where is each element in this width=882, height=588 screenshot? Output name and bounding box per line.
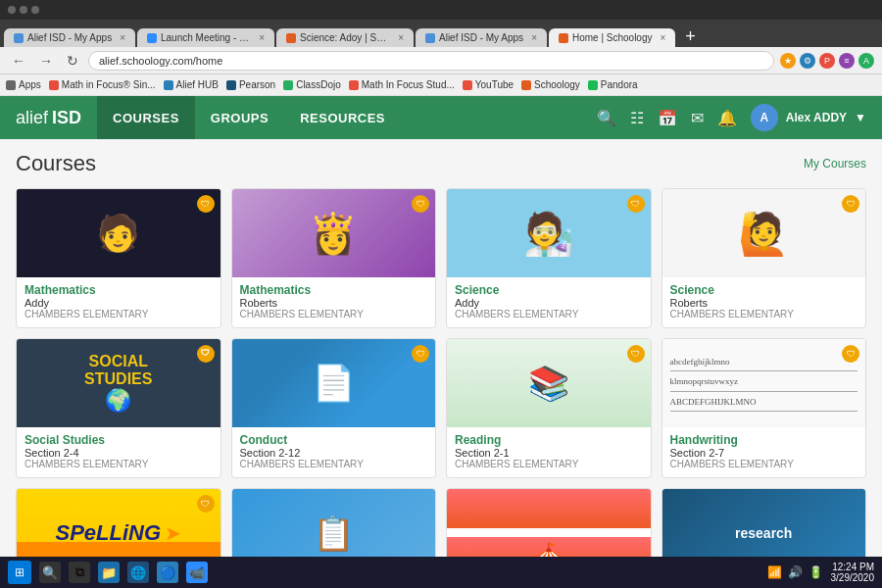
calendar-icon[interactable]: 📅 <box>658 109 677 127</box>
volume-icon: 🔊 <box>788 565 803 579</box>
bookmark-aliefhub[interactable]: Alief HUB <box>164 79 219 90</box>
bookmark-icon-mathfocus <box>49 80 59 90</box>
clock-date: 3/29/2020 <box>831 572 875 583</box>
menu-icon[interactable]: ≡ <box>839 53 855 69</box>
research-label: research <box>735 525 792 541</box>
bookmark-mathfocusstud[interactable]: Math In Focus Stud... <box>349 79 455 90</box>
my-courses-link[interactable]: My Courses <box>804 157 866 171</box>
taskbar-search[interactable]: 🔍 <box>39 562 61 583</box>
bookmark-icon-aliefhub <box>164 80 173 90</box>
tab-5[interactable]: Home | Schoology × <box>549 28 675 47</box>
card-info: Handwriting Section 2-7 CHAMBERS ELEMENT… <box>662 427 866 477</box>
bookmark-label-apps: Apps <box>19 79 41 90</box>
brand-logo: alief ISD <box>16 108 81 128</box>
tab-3[interactable]: Science: Adoy | Schoology × <box>276 28 414 47</box>
card-subject[interactable]: Reading <box>455 433 643 447</box>
maximize-dot <box>20 6 27 14</box>
course-card-conduct[interactable]: 📄 🛡 Conduct Section 2-12 CHAMBERS ELEMEN… <box>231 338 437 478</box>
bookmark-pandora[interactable]: Pandora <box>588 79 638 90</box>
card-subject[interactable]: Social Studies <box>24 433 213 447</box>
search-icon[interactable]: 🔍 <box>597 109 616 127</box>
start-button[interactable]: ⊞ <box>8 561 31 584</box>
tab-4[interactable]: Alief ISD - My Apps × <box>416 28 547 47</box>
bookmark-classdojo[interactable]: ClassDojo <box>283 79 341 90</box>
course-card-reading[interactable]: 📚 🛡 Reading Section 2-1 CHAMBERS ELEMENT… <box>446 338 652 478</box>
tab-close-4[interactable]: × <box>531 32 537 43</box>
taskbar-explorer[interactable]: 📁 <box>98 562 120 583</box>
bookmark-label-pearson: Pearson <box>239 79 275 90</box>
brand-alief: alief <box>16 108 48 128</box>
bookmark-pearson[interactable]: Pearson <box>226 79 275 90</box>
card-info: Mathematics Roberts CHAMBERS ELEMENTARY <box>232 277 436 327</box>
nav-resources[interactable]: RESOURCES <box>284 96 401 139</box>
notifications-icon[interactable]: 🔔 <box>717 109 737 127</box>
forward-button[interactable]: → <box>35 51 57 71</box>
new-tab-button[interactable]: + <box>677 26 704 47</box>
card-teacher: Roberts <box>670 297 858 309</box>
bookmark-apps[interactable]: Apps <box>6 79 41 90</box>
tab-favicon-2 <box>147 33 157 43</box>
taskbar-taskview[interactable]: ⧉ <box>69 562 90 583</box>
card-image-math2: 👸 🛡 <box>232 189 436 277</box>
papers-blue-icon: 📋 <box>313 514 354 553</box>
card-subject[interactable]: Mathematics <box>24 283 213 297</box>
bookmark-schoology[interactable]: Schoology <box>521 79 580 90</box>
user-name: Alex ADDY <box>786 111 847 124</box>
messages-icon[interactable]: ✉ <box>691 109 704 127</box>
taskbar-zoom[interactable]: 📹 <box>186 562 208 583</box>
page-header: Courses My Courses <box>16 151 866 176</box>
tab-2[interactable]: Launch Meeting - Zoom × <box>137 28 274 47</box>
card-image-science1: 🧑‍🔬 🛡 <box>447 189 651 277</box>
card-school: CHAMBERS ELEMENTARY <box>455 309 643 319</box>
profile-icon[interactable]: P <box>819 53 835 69</box>
address-input[interactable] <box>88 51 774 71</box>
nav-groups[interactable]: GROUPS <box>195 96 284 139</box>
back-button[interactable]: ← <box>8 51 29 71</box>
tab-close-5[interactable]: × <box>661 32 666 43</box>
bookmark-star-icon[interactable]: ★ <box>780 53 796 69</box>
bookmark-icon-schoology <box>521 80 531 90</box>
card-subject[interactable]: Conduct <box>240 433 428 447</box>
course-card-science-roberts[interactable]: 🙋 🛡 Science Roberts CHAMBERS ELEMENTARY <box>662 188 867 328</box>
bookmarks-bar: Apps Math in Focus® Sin... Alief HUB Pea… <box>0 74 882 96</box>
bookmark-mathfocus[interactable]: Math in Focus® Sin... <box>49 79 156 90</box>
course-card-socialstudies[interactable]: SOCIAL STUDIES 🌍 🛡 Social Studies Sectio… <box>16 338 221 478</box>
bookmark-icon-pandora <box>588 80 598 90</box>
tab-1[interactable]: Alief ISD - My Apps × <box>4 28 135 47</box>
user-menu[interactable]: A Alex ADDY ▼ <box>751 104 866 131</box>
user-profile-icon[interactable]: A <box>858 53 874 69</box>
card-info: Social Studies Section 2-4 CHAMBERS ELEM… <box>17 427 220 477</box>
nav-courses[interactable]: COURSES <box>97 96 195 139</box>
extensions-icon[interactable]: ⚙ <box>800 53 815 69</box>
cartoon-finn: 🧑 <box>96 213 140 254</box>
spelling-label: SPeLLiNG <box>55 520 161 546</box>
card-teacher: Section 2-12 <box>240 447 428 459</box>
card-image-handwriting: abcdefghijklmno klmnopqrstuvwxyz ABCDEFG… <box>662 339 866 427</box>
card-badge: 🛡 <box>627 345 645 363</box>
card-info: Science Addy CHAMBERS ELEMENTARY <box>447 277 651 327</box>
bookmark-youtube[interactable]: YouTube <box>463 79 514 90</box>
card-subject[interactable]: Handwriting <box>670 433 858 447</box>
card-subject[interactable]: Mathematics <box>240 283 428 297</box>
tab-close-1[interactable]: × <box>120 32 125 43</box>
tab-close-3[interactable]: × <box>398 32 404 43</box>
course-card-handwriting[interactable]: abcdefghijklmno klmnopqrstuvwxyz ABCDEFG… <box>662 338 867 478</box>
course-card-math-addy[interactable]: 🧑 🛡 Mathematics Addy CHAMBERS ELEMENTARY <box>16 188 221 328</box>
card-subject[interactable]: Science <box>670 283 858 297</box>
card-subject[interactable]: Science <box>455 283 643 297</box>
grid-icon[interactable]: ☷ <box>630 109 644 127</box>
system-tray: 📶 🔊 🔋 <box>767 565 823 579</box>
course-card-science-addy[interactable]: 🧑‍🔬 🛡 Science Addy CHAMBERS ELEMENTARY <box>446 188 652 328</box>
taskbar-ie[interactable]: 🌐 <box>127 562 149 583</box>
tab-close-2[interactable]: × <box>259 32 265 43</box>
address-bar: ← → ↻ ★ ⚙ P ≡ A <box>0 47 882 74</box>
refresh-button[interactable]: ↻ <box>63 51 82 71</box>
clock-time: 12:24 PM <box>831 562 875 572</box>
card-badge: 🛡 <box>842 195 859 213</box>
tab-label-4: Alief ISD - My Apps <box>439 32 523 43</box>
nav-right: 🔍 ☷ 📅 ✉ 🔔 A Alex ADDY ▼ <box>597 104 866 131</box>
bookmark-label-schoology: Schoology <box>534 79 580 90</box>
taskbar-chrome[interactable]: 🔵 <box>157 562 178 583</box>
course-card-math-roberts[interactable]: 👸 🛡 Mathematics Roberts CHAMBERS ELEMENT… <box>231 188 437 328</box>
handwriting-text: abcdefghijklmno klmnopqrstuvwxyz ABCDEFG… <box>670 355 858 412</box>
